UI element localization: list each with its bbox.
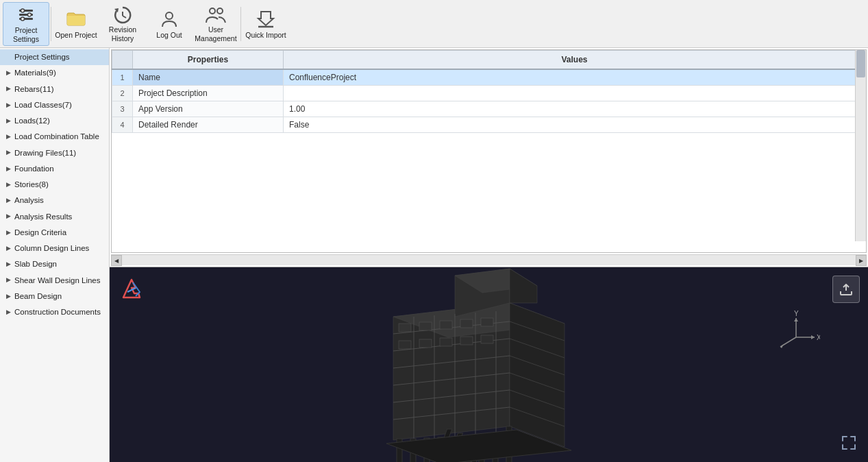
- sidebar-item-project-settings[interactable]: Project Settings: [0, 49, 109, 65]
- logout-icon: [158, 8, 180, 29]
- sidebar-item-slab-design[interactable]: ▶ Slab Design: [0, 256, 109, 272]
- scroll-left-btn[interactable]: ◀: [111, 255, 122, 266]
- sidebar-label-project-settings: Project Settings: [14, 51, 106, 63]
- row-num-3: 3: [112, 101, 133, 117]
- svg-point-10: [210, 8, 215, 14]
- open-project-label: Open Project: [55, 31, 97, 40]
- sidebar-label-loads: Loads(12): [14, 115, 106, 127]
- sidebar-item-beam-design[interactable]: ▶ Beam Design: [0, 289, 109, 304]
- sidebar-label-analysis: Analysis: [14, 195, 106, 206]
- axis-gizmo: X Y: [772, 308, 827, 363]
- prop-name-1: Name: [133, 69, 284, 86]
- expand-icon-design-criteria: ▶: [4, 228, 12, 236]
- expand-icon-analysis: ▶: [4, 197, 12, 205]
- sidebar-label-swdl: Shear Wall Design Lines: [14, 275, 106, 287]
- toolbar-log-out[interactable]: Log Out: [146, 2, 193, 46]
- sidebar-label-design-criteria: Design Criteria: [14, 227, 106, 239]
- col-num-header: [112, 51, 133, 70]
- prop-value-2[interactable]: [284, 86, 866, 101]
- sidebar-label-stories: Stories(8): [14, 179, 106, 191]
- sidebar-item-stories[interactable]: ▶ Stories(8): [0, 177, 109, 193]
- users-icon: [205, 5, 227, 25]
- content-area: Properties Values 1 Name ConfluenceProje…: [110, 48, 868, 462]
- toolbar-divider-2: [240, 7, 241, 41]
- svg-text:X: X: [817, 334, 820, 341]
- sidebar-item-load-classes[interactable]: ▶ Load Classes(7): [0, 97, 109, 113]
- user-management-label: User Management: [194, 25, 238, 42]
- sidebar-item-materials[interactable]: ▶ Materials(9): [0, 65, 109, 81]
- toolbar: Project Settings Open Project Revision H…: [0, 0, 868, 48]
- scrollbar-vertical[interactable]: [855, 50, 866, 241]
- upload-button[interactable]: [832, 276, 860, 303]
- quick-import-label: Quick Import: [245, 31, 286, 40]
- svg-rect-62: [460, 319, 473, 328]
- prop-name-3: App Version: [133, 101, 284, 117]
- svg-rect-59: [399, 324, 411, 332]
- sidebar-item-foundation[interactable]: ▶ Foundation: [0, 161, 109, 177]
- sidebar-label-cdl: Column Design Lines: [14, 243, 106, 254]
- expand-viewport-button[interactable]: [839, 433, 858, 452]
- svg-rect-67: [460, 337, 473, 345]
- table-row[interactable]: 1 Name ConfluenceProject: [112, 69, 866, 86]
- svg-rect-63: [481, 318, 493, 326]
- svg-point-5: [21, 17, 25, 21]
- log-out-label: Log Out: [156, 31, 182, 40]
- col-properties-header: Properties: [133, 51, 284, 70]
- prop-value-4[interactable]: False: [284, 117, 866, 133]
- import-icon: [255, 8, 277, 29]
- sidebar-item-drawing-files[interactable]: ▶ Drawing Files(11): [0, 145, 109, 161]
- svg-rect-68: [481, 335, 493, 343]
- sidebar-item-load-combination-table[interactable]: ▶ Load Combination Table: [0, 129, 109, 145]
- toolbar-quick-import[interactable]: Quick Import: [243, 2, 289, 46]
- sidebar-item-rebars[interactable]: ▶ Rebars(11): [0, 82, 109, 97]
- prop-value-3[interactable]: 1.00: [284, 101, 866, 117]
- expand-icon-rebars: ▶: [4, 85, 12, 93]
- sidebar-label-slab: Slab Design: [14, 258, 106, 270]
- expand-icon-materials: ▶: [4, 69, 12, 77]
- expand-icon-slab: ▶: [4, 260, 12, 269]
- sidebar-item-column-design-lines[interactable]: ▶ Column Design Lines: [0, 241, 109, 256]
- toolbar-revision-history[interactable]: Revision History: [99, 2, 146, 46]
- app-logo: [119, 277, 144, 302]
- sidebar-label-rebars: Rebars(11): [14, 84, 106, 95]
- scroll-right-btn[interactable]: ▶: [856, 255, 867, 266]
- row-num-4: 4: [112, 117, 133, 133]
- scrollbar-h-track[interactable]: [122, 255, 856, 265]
- 3d-viewport[interactable]: X Y: [110, 267, 868, 462]
- revision-history-label: Revision History: [101, 25, 145, 42]
- sidebar-item-shear-wall-design-lines[interactable]: ▶ Shear Wall Design Lines: [0, 273, 109, 289]
- toolbar-open-project[interactable]: Open Project: [53, 2, 99, 46]
- table-row[interactable]: 4 Detailed Render False: [112, 117, 866, 133]
- table-row[interactable]: 2 Project Description: [112, 86, 866, 101]
- expand-icon-drawing: ▶: [4, 149, 12, 157]
- sidebar-item-construction-documents[interactable]: ▶ Construction Documents: [0, 304, 109, 320]
- building-3d: [110, 267, 868, 462]
- expand-icon-beam: ▶: [4, 292, 12, 300]
- sidebar-label-cd: Construction Documents: [14, 306, 106, 318]
- sidebar-item-design-criteria[interactable]: ▶ Design Criteria: [0, 225, 109, 241]
- expand-icon-swdl: ▶: [4, 276, 12, 284]
- scrollbar-v-thumb[interactable]: [856, 50, 865, 77]
- svg-marker-19: [794, 318, 798, 321]
- row-num-2: 2: [112, 86, 133, 101]
- sidebar-item-loads[interactable]: ▶ Loads(12): [0, 113, 109, 129]
- toolbar-user-management[interactable]: User Management: [193, 2, 239, 46]
- prop-value-1[interactable]: ConfluenceProject: [284, 69, 866, 86]
- sidebar-label-materials: Materials(9): [14, 67, 106, 79]
- svg-rect-64: [399, 341, 411, 349]
- table-row[interactable]: 3 App Version 1.00: [112, 101, 866, 117]
- scrollbar-horizontal[interactable]: ◀ ▶: [111, 254, 867, 265]
- project-settings-label: Project Settings: [5, 26, 47, 43]
- svg-marker-28: [510, 269, 537, 303]
- revision-icon: [112, 5, 134, 25]
- sidebar-item-analysis[interactable]: ▶ Analysis: [0, 193, 109, 208]
- svg-rect-66: [440, 338, 452, 346]
- svg-rect-60: [419, 322, 432, 330]
- expand-icon-foundation: ▶: [4, 165, 12, 173]
- toolbar-project-settings[interactable]: Project Settings: [3, 2, 49, 46]
- svg-point-9: [166, 12, 173, 19]
- sidebar-item-analysis-results[interactable]: ▶ Analysis Results: [0, 209, 109, 225]
- svg-text:Y: Y: [794, 310, 799, 317]
- expand-icon-lct: ▶: [4, 133, 12, 141]
- settings-icon: [15, 4, 37, 25]
